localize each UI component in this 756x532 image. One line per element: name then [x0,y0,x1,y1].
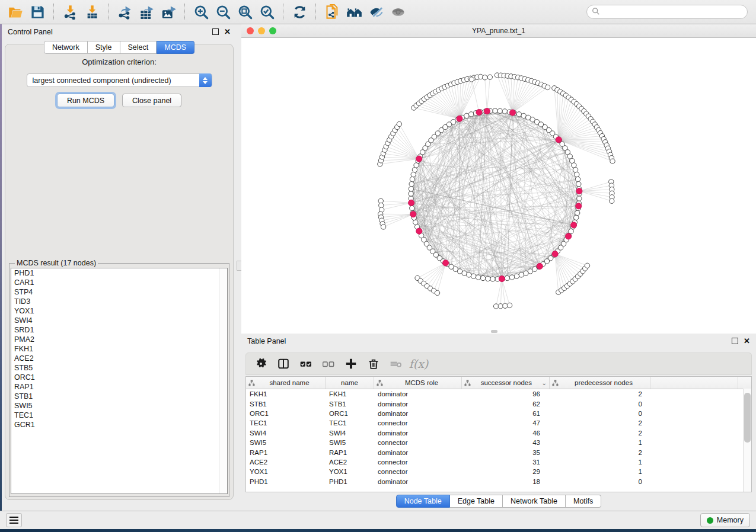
close-table-panel-icon[interactable]: ✕ [744,338,750,344]
column-label: shared name [256,379,323,386]
first-neighbors-icon[interactable] [343,2,365,22]
mcds-list-scrollbar[interactable] [219,268,227,493]
export-table-icon[interactable] [136,2,158,22]
export-image-icon[interactable] [158,2,180,22]
mcds-result-item[interactable]: SWI4 [11,316,227,325]
network-window-titlebar[interactable]: YPA_prune.txt_1 [241,24,756,38]
table-cell: dominator [374,478,462,485]
mcds-result-item[interactable]: SRD1 [11,325,227,335]
mcds-result-item[interactable]: RAP1 [11,382,227,392]
mcds-result-list[interactable]: PHD1CAR1STP4TID3YOX1SWI4SRD1PMA2FKH1ACE2… [11,268,228,494]
close-panel-button[interactable]: Close panel [122,94,181,107]
column-header-shared-name[interactable]: shared name [246,377,326,389]
refresh-icon[interactable] [289,2,311,22]
task-history-icon[interactable] [6,513,22,527]
table-row[interactable]: SWI4SWI4dominator462 [246,428,751,438]
node-table[interactable]: shared namenameMCDS rolesuccessor nodes⌄… [245,376,752,492]
delete-columns-icon[interactable] [362,355,385,373]
network-graph[interactable] [241,38,756,334]
zoom-selected-icon[interactable] [256,2,278,22]
table-options-gear-icon[interactable] [250,355,272,373]
mcds-result-item[interactable]: FKH1 [11,344,227,354]
open-file-icon[interactable] [5,2,27,22]
clone-network-icon[interactable] [321,2,343,22]
mcds-result-item[interactable]: PHD1 [11,268,227,278]
add-column-icon[interactable] [340,355,362,373]
float-panel-icon[interactable] [212,28,219,35]
network-hscrollbar-thumb[interactable] [491,330,497,333]
table-tabbar: Node TableEdge TableNetwork TableMotifs [241,495,756,508]
column-label: successor nodes [472,379,541,386]
table-row[interactable]: YOX1YOX1connector291 [246,467,751,476]
table-vscrollbar[interactable] [743,389,751,492]
import-table-icon[interactable] [81,2,103,22]
memory-button-label: Memory [717,516,744,524]
zoom-fit-icon[interactable] [234,2,256,22]
memory-status-dot [707,517,713,524]
mcds-result-item[interactable]: ACE2 [11,354,227,363]
tab-edge-table[interactable]: Edge Table [450,495,503,508]
column-header-MCDS-role[interactable]: MCDS role [374,377,462,389]
mcds-result-item[interactable]: STP4 [11,287,227,297]
tab-network[interactable]: Network [44,41,88,54]
table-row[interactable]: SWI5SWI5connector431 [246,438,751,447]
column-header-predecessor-nodes[interactable]: predecessor nodes [550,377,650,389]
mcds-result-item[interactable]: CAR1 [11,278,227,287]
table-cell: 2 [550,449,650,456]
save-session-icon[interactable] [27,2,49,22]
tab-select[interactable]: Select [120,41,157,54]
table-cell: dominator [374,410,462,417]
table-row[interactable]: ACE2ACE2connector311 [246,457,751,467]
tab-mcds[interactable]: MCDS [157,41,194,54]
mcds-result-item[interactable]: SWI5 [11,401,227,411]
panel-splitter[interactable] [237,24,241,511]
table-cell: dominator [374,400,462,408]
show-all-icon[interactable] [387,2,409,22]
mcds-result-item[interactable]: PMA2 [11,335,227,344]
search-input[interactable] [586,5,748,19]
table-cell: SWI5 [326,439,374,446]
table-cell: 96 [462,390,550,398]
mcds-result-item[interactable]: GCR1 [11,420,227,430]
table-row[interactable]: STB1STB1dominator620 [246,399,751,408]
table-row[interactable]: RAP1RAP1dominator352 [246,447,751,457]
table-row[interactable]: PHD1PHD1dominator180 [246,477,751,486]
table-cell: connector [374,439,462,446]
mcds-result-item[interactable]: ORC1 [11,373,227,382]
mcds-result-item[interactable]: YOX1 [11,306,227,316]
table-cell: SWI5 [246,439,326,446]
float-table-panel-icon[interactable] [732,338,738,344]
mcds-result-item[interactable]: STB5 [11,363,227,373]
mcds-result-item[interactable]: TID3 [11,297,227,306]
table-vscrollbar-thumb[interactable] [744,393,751,443]
hide-selected-icon[interactable] [365,2,387,22]
table-row[interactable]: ORC1ORC1dominator610 [246,409,751,418]
mcds-result-item[interactable]: TEC1 [11,411,227,420]
column-header-name[interactable]: name [326,377,374,389]
memory-button[interactable]: Memory [700,513,750,527]
zoom-in-icon[interactable] [190,2,212,22]
zoom-out-icon[interactable] [212,2,234,22]
tab-network-table[interactable]: Network Table [503,495,566,508]
run-mcds-button[interactable]: Run MCDS [57,94,114,107]
close-panel-icon[interactable]: ✕ [224,29,231,35]
table-row[interactable]: TEC1TEC1connector472 [246,418,751,428]
table-row[interactable]: FKH1FKH1dominator962 [246,389,751,399]
export-network-icon[interactable] [114,2,136,22]
optimization-criterion-select[interactable]: largest connected component (undirected) [27,73,212,87]
column-namespace-icon [377,380,383,386]
search-field-wrap [586,5,748,19]
import-network-icon[interactable] [59,2,81,22]
tab-motifs[interactable]: Motifs [566,495,601,508]
network-canvas[interactable] [241,38,756,334]
tab-style[interactable]: Style [88,41,120,54]
table-cell: 1 [550,459,650,466]
table-body: FKH1FKH1dominator962STB1STB1dominator620… [246,389,751,486]
select-all-rows-icon[interactable] [295,355,317,373]
deselect-all-rows-icon[interactable] [317,355,340,373]
mcds-result-item[interactable]: STB1 [11,392,227,401]
tab-node-table[interactable]: Node Table [396,495,450,508]
show-columns-icon[interactable] [272,355,295,373]
table-panel-title: Table Panel [247,337,286,345]
column-header-successor-nodes[interactable]: successor nodes⌄ [462,377,550,389]
